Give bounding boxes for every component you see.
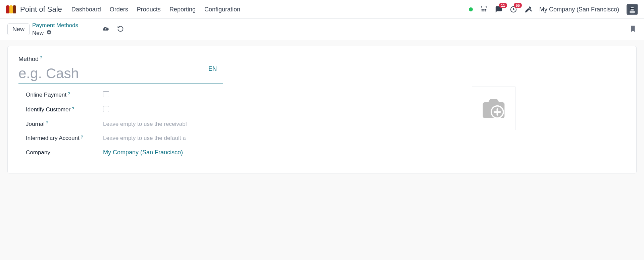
intermediary-account-input[interactable] [103,135,217,142]
svg-point-4 [484,11,484,11]
help-icon[interactable]: ? [81,135,83,140]
form-container: Method ? EN Online Payment ? Identify Cu… [0,40,644,179]
presence-indicator-icon [469,7,473,11]
breadcrumb: Payment Methods New [32,22,78,37]
svg-rect-9 [630,11,635,13]
company-link[interactable]: My Company (San Francisco) [103,149,183,156]
app-logo-icon[interactable] [6,5,17,13]
svg-point-2 [486,9,486,10]
nav-configuration[interactable]: Configuration [204,6,240,13]
nav-dashboard[interactable]: Dashboard [71,6,101,13]
help-icon[interactable]: ? [46,121,48,125]
activities-badge: 55 [514,3,522,8]
online-payment-label: Online Payment [26,92,66,98]
form-sheet: Method ? EN Online Payment ? Identify Cu… [7,46,637,173]
nav-reporting[interactable]: Reporting [169,6,196,13]
new-button[interactable]: New [7,23,30,35]
journal-input[interactable] [103,121,217,127]
company-label: Company [26,149,50,156]
activities-icon[interactable]: 55 [510,6,517,13]
messages-icon[interactable]: 11 [495,6,502,13]
status-icons [102,25,124,34]
tools-icon[interactable] [525,6,532,13]
intermediary-account-label: Intermediary Account [26,135,80,142]
top-navbar: Point of Sale Dashboard Orders Products … [0,0,644,19]
breadcrumb-current: New [32,30,44,37]
help-icon[interactable]: ? [72,106,74,111]
topbar-right: 11 55 My Company (San Francisco) [469,4,638,15]
svg-point-5 [486,11,486,11]
breadcrumb-parent[interactable]: Payment Methods [32,22,78,29]
image-upload[interactable] [472,87,515,130]
nav-orders[interactable]: Orders [110,6,128,13]
svg-point-3 [482,11,483,11]
nav-products[interactable]: Products [137,6,161,13]
bookmark-icon[interactable] [629,24,637,35]
main-nav: Dashboard Orders Products Reporting Conf… [71,6,240,13]
method-input[interactable] [18,65,223,84]
cloud-save-icon[interactable] [102,25,109,34]
dialpad-icon[interactable] [480,6,488,13]
identify-customer-checkbox[interactable] [103,106,109,112]
svg-point-0 [482,9,483,10]
company-selector[interactable]: My Company (San Francisco) [539,6,619,13]
online-payment-checkbox[interactable] [103,91,109,97]
app-title[interactable]: Point of Sale [20,5,62,14]
control-panel: New Payment Methods New [0,19,644,40]
identify-customer-label: Identify Customer [26,106,70,113]
user-avatar[interactable] [627,4,638,15]
svg-point-1 [484,9,484,10]
messages-badge: 11 [499,3,507,8]
help-icon[interactable]: ? [68,92,70,96]
svg-rect-10 [630,8,634,9]
camera-add-icon [479,95,509,122]
journal-label: Journal [26,121,45,127]
language-button[interactable]: EN [208,65,217,72]
discard-icon[interactable] [117,25,124,34]
help-icon[interactable]: ? [40,56,42,60]
method-label: Method [18,56,39,63]
gear-icon[interactable] [46,30,52,37]
